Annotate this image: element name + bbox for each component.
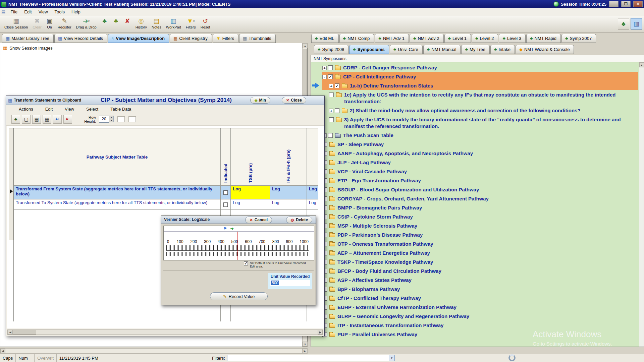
tool-box-1[interactable] [117, 116, 125, 122]
dialog-menu-item[interactable]: Select [86, 107, 98, 112]
tree-item[interactable]: ETP - Ego Transformation Pathway [311, 176, 644, 185]
tree-item[interactable]: AEP – Attunement Energetics Pathway [311, 248, 644, 257]
tree-item[interactable]: CfTP - Conflicted Therapy Pathway [311, 294, 644, 303]
tree-item[interactable]: BSOUP - Blood Sugar Optimization and Uti… [311, 185, 644, 194]
row-checkbox[interactable] [223, 202, 228, 207]
cancel-button[interactable]: ✕Cancel [245, 217, 272, 223]
toolbar-button[interactable]: ↺ Reset [198, 17, 213, 29]
library-tab[interactable]: ♣ Level 3 [499, 34, 525, 43]
unit-value-input[interactable]: 500 [270, 280, 310, 286]
close-button[interactable]: ✕ [633, 1, 643, 7]
min-button[interactable]: ◆Min [250, 97, 270, 104]
library-tab[interactable]: ♣ My Tree [461, 45, 490, 54]
tree-item[interactable]: 3) Apply the UCS to modify the binary in… [311, 115, 644, 131]
dialog-menu-item[interactable]: Table Data [110, 107, 131, 112]
table-tool-icon[interactable]: ♣ [11, 115, 20, 124]
view-tab[interactable]: ▦ Master Library Tree [2, 34, 54, 43]
toolbar-button[interactable]: ✘ [122, 17, 133, 29]
menu-item[interactable]: Edit [21, 9, 35, 15]
tree-item[interactable]: AANP - Autophagy, Apoptosis, and Necropt… [311, 149, 644, 158]
delete-button[interactable]: ⊘Delete [286, 217, 312, 223]
scroll-right-icon[interactable]: ▶ [302, 349, 307, 353]
tree-item[interactable]: ASP - Affective States Pathway [311, 276, 644, 285]
row-checkbox[interactable] [223, 190, 228, 195]
tree-item[interactable]: + CDRP - Cell Danger Response Pathway [311, 63, 644, 72]
library-tab[interactable]: ♣ Edit ML [311, 34, 339, 43]
library-tab[interactable]: ♣ NMT Rapid [526, 34, 561, 43]
tree-item[interactable]: + 2) Shall the mind-body now allow optim… [311, 106, 644, 115]
vernier-ruler[interactable]: ⚑ ➔ 01002003004005006007008009001000 [163, 226, 314, 260]
toolbar-button[interactable]: ➔▾ Drag & Drop [74, 17, 99, 29]
toolbar-button[interactable]: ✖ Clear [30, 17, 44, 29]
library-tab[interactable]: ♣ NMT Adv 1 [375, 34, 409, 43]
tree-item-checkbox[interactable]: ✓ [328, 74, 333, 79]
tree-item-checkbox[interactable] [328, 65, 333, 70]
grid2-tool-icon[interactable]: ▦ [43, 115, 51, 124]
library-tab[interactable]: ♣ Level 1 [444, 34, 471, 43]
scale-value-marker[interactable] [237, 232, 237, 260]
tool-box-2[interactable] [128, 116, 136, 122]
spin-down-icon[interactable]: ▼ [109, 119, 114, 122]
expand-toggle-icon[interactable]: + [322, 66, 327, 70]
scrollbar-thumb[interactable] [13, 330, 36, 335]
tree-item[interactable]: BMPP - Biomagnetic Pairs Pathway [311, 203, 644, 212]
menu-item[interactable]: Help [68, 9, 84, 15]
tree-item[interactable]: PDP - Parkinson's Disease Pathway [311, 230, 644, 239]
tree-item[interactable]: MSP - Multiple Sclerosis Pathway [311, 221, 644, 230]
library-tab[interactable]: ♣ NMT Comp [339, 34, 374, 43]
toolbar-button[interactable]: ▤ Notes [149, 17, 164, 29]
toolbar-button[interactable]: ✎ Register [55, 17, 74, 29]
library-tab[interactable]: ♣ Level 2 [472, 34, 498, 43]
tree-item-checkbox[interactable]: ✓ [335, 83, 339, 88]
expand-toggle-icon[interactable]: + [329, 84, 333, 88]
sort-asc-icon[interactable]: A↓ [53, 115, 62, 124]
library-tab[interactable]: ◆ NMT Wizard & Console [516, 45, 574, 54]
view-tab[interactable]: ▦ View Record Details [54, 34, 107, 43]
show-session-images-button[interactable]: ▦ Show Session Images [0, 43, 307, 53]
toolbar-button[interactable]: ♣ [110, 17, 122, 29]
pointer-flag-icon[interactable]: ⚑ [223, 226, 227, 231]
scroll-right-icon[interactable]: ▶ [318, 330, 323, 335]
view-tab[interactable]: ▦ Thumbnails [239, 34, 276, 43]
menu-item[interactable]: Tools [52, 9, 68, 15]
tree-item[interactable]: SP - Sleep Pathway [311, 140, 644, 149]
view-tab[interactable]: ▦ Client Registry [170, 34, 212, 43]
default-focus-option[interactable]: ✓ Set Default Focus to Unit Value Record… [244, 261, 311, 268]
table-row-tfs[interactable]: Transformed From System State (aggregate… [14, 186, 221, 199]
filters-combobox[interactable]: ▼ [227, 355, 395, 361]
tree-view-icon-button[interactable]: ♣ [618, 18, 629, 29]
tree-item[interactable]: ITP - Instantaneous Transformation Pathw… [311, 321, 644, 330]
library-tab[interactable]: ♣ Symp 2007 [561, 34, 596, 43]
tree-item[interactable]: + ✓ 1a-b) Define Transformation States [311, 81, 644, 90]
toolbar-button[interactable]: ▼▾ Filters [183, 17, 198, 29]
partial-cell[interactable]: Log [307, 186, 318, 199]
menu-item[interactable]: View [36, 9, 51, 15]
dialog-hscrollbar[interactable]: ◀ ▶ [7, 329, 323, 335]
tsb-cell[interactable]: Log [231, 199, 270, 210]
dropdown-arrow-icon[interactable]: ▾ [88, 19, 90, 23]
toolbar-button[interactable]: ▥ WorkPad [164, 17, 183, 29]
tree-item[interactable]: VCP - Viral Cascade Pathway [311, 167, 644, 176]
toolbar-button[interactable]: ▣ On [44, 17, 55, 29]
table-row-tts[interactable]: Transformed To System State (aggregate m… [14, 199, 221, 210]
library-tab[interactable]: ♣ NMT Manual [423, 45, 461, 54]
dialog-close-button[interactable]: ✕Close [282, 97, 306, 104]
partial-cell[interactable]: Log [307, 199, 318, 210]
tree-item[interactable]: OTP - Oneness Transformation Pathway [311, 239, 644, 248]
tree-item[interactable]: EUHP - External Universe Harmonization P… [311, 303, 644, 312]
ifs-cell[interactable]: Log [270, 199, 307, 210]
row-height-spinner[interactable]: 20 ▲▼ [99, 116, 114, 123]
default-focus-checkbox[interactable]: ✓ [244, 261, 248, 265]
spin-up-icon[interactable]: ▲ [109, 116, 114, 119]
view-tab[interactable]: ≈ View Image/Description [108, 34, 169, 43]
combo-arrow-icon[interactable]: ▼ [389, 355, 394, 361]
dialog-menu-item[interactable]: Edit [45, 107, 53, 112]
tree-item[interactable]: GLRP – Genomic Longevity and Regeneratio… [311, 312, 644, 321]
library-tab[interactable]: ♣ Symposiums [349, 45, 389, 54]
panel-toggle-button-selected[interactable]: ▥ [631, 18, 642, 29]
tsb-cell-selected[interactable]: Log [231, 186, 270, 199]
indicated-checkbox-cell[interactable] [221, 199, 231, 210]
dropdown-arrow-icon[interactable]: ▾ [193, 19, 195, 23]
record-value-button[interactable]: ✎ Record Value [210, 292, 268, 300]
tree-item[interactable]: + The Push Scan Table [311, 131, 644, 140]
